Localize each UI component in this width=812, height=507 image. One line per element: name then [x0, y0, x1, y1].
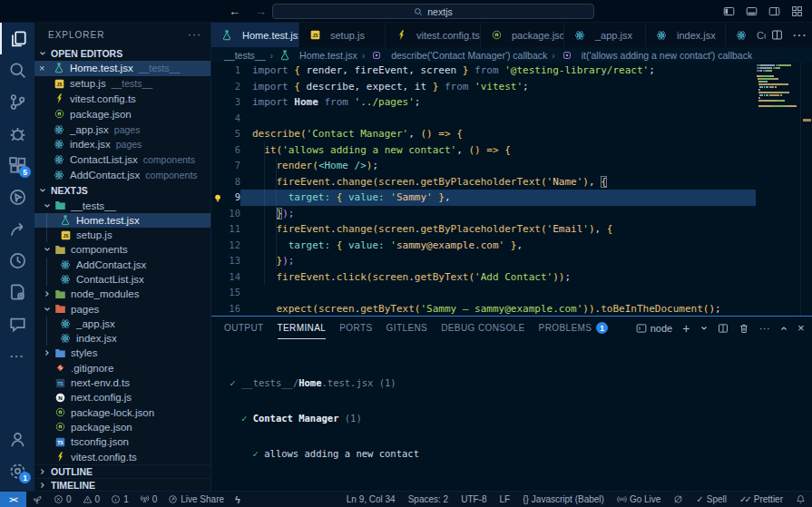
breadcrumb-item[interactable]: Home.test.jsx [278, 50, 357, 61]
tab-setup.js[interactable]: JS setup.js [299, 23, 386, 47]
activity-more-views[interactable]: ··· [0, 340, 34, 372]
code-line-13[interactable]: 13 }); [211, 253, 756, 269]
status-zap[interactable]: ϟ [230, 492, 246, 507]
minimap[interactable] [757, 64, 800, 108]
tree-file-AddContact.jsx[interactable]: AddContact.jsx [34, 258, 210, 272]
explorer-more-actions-icon[interactable]: ··· [188, 28, 201, 41]
activity-runner-settings[interactable] [0, 277, 34, 308]
maximize-panel-icon[interactable] [780, 325, 788, 332]
terminal-output[interactable]: ✓ __tests__/Home.test.jsx (1) ✓ Contact … [211, 339, 812, 491]
close-panel-icon[interactable]: × [797, 321, 805, 335]
code-line-8[interactable]: 8 fireEvent.change(screen.getByPlacehold… [211, 174, 756, 190]
tree-file-package.json[interactable]: package.json [34, 420, 210, 434]
code-line-7[interactable]: 7 render(<Home />); [211, 158, 756, 174]
status-live-share[interactable]: Live Share [162, 492, 230, 507]
tree-folder-__tests__[interactable]: __tests__ [34, 198, 210, 212]
tree-folder-pages[interactable]: pages [34, 301, 210, 316]
customize-layout-icon[interactable] [791, 5, 803, 17]
tree-file-next.config.js[interactable]: N next.config.js [34, 390, 210, 405]
activity-chat[interactable] [0, 308, 34, 340]
activity-search[interactable] [0, 54, 34, 86]
split-terminal-icon[interactable] [718, 323, 729, 334]
tab-_app.jsx[interactable]: _app.jsx [564, 23, 646, 47]
code-line-5[interactable]: 5 describe('Contact Manager', () => { [211, 126, 756, 142]
activity-history[interactable] [0, 245, 34, 277]
tree-file-tsconfig.json[interactable]: TS tsconfig.json [34, 434, 210, 449]
status-warning-triangle[interactable]: 0 [77, 492, 106, 507]
open-editor-item[interactable]: AddContact.jsx components [34, 168, 210, 183]
back-button[interactable]: ← [229, 0, 240, 23]
outline-header[interactable]: OUTLINE [34, 464, 210, 478]
tab-Conta[interactable]: Conta [726, 23, 771, 47]
status-double-check[interactable]: ✓✓ Prettier [733, 492, 789, 507]
code-line-3[interactable]: 3 import Home from '../pages'; [211, 94, 756, 111]
code-line-2[interactable]: 2 import { describe, expect, it } from '… [211, 79, 756, 95]
tree-folder-node_modules[interactable]: node_modules [34, 287, 210, 301]
toggle-primary-sidebar-icon[interactable] [723, 5, 735, 17]
status-info-circle[interactable]: 1 [105, 492, 134, 507]
activity-accounts[interactable] [0, 424, 34, 455]
status-error-circle[interactable]: 0 [48, 492, 77, 507]
status-eslint-disabled[interactable] [667, 492, 690, 507]
timeline-header[interactable]: TIMELINE [34, 478, 210, 491]
tree-file-Home.test.jsx[interactable]: Home.test.jsx [34, 213, 210, 228]
status-bell[interactable] [789, 492, 812, 507]
activity-share[interactable] [0, 213, 34, 245]
status-broadcast[interactable]: Go Live [611, 492, 667, 507]
code-line-16[interactable]: 16 expect(screen.getByText('Sammy – samm… [211, 301, 756, 317]
status-Spaces: 2[interactable]: Spaces: 2 [402, 492, 455, 507]
code-line-6[interactable]: 6 it('allows adding a new contact', () =… [211, 142, 756, 159]
command-center-search[interactable]: nextjs [272, 4, 594, 19]
tree-file-package-lock.json[interactable]: package-lock.json [34, 405, 210, 420]
code-line-4[interactable]: 4 [211, 111, 756, 127]
activity-explorer[interactable] [0, 23, 34, 54]
tree-file-vitest.config.ts[interactable]: vitest.config.ts [34, 449, 210, 463]
status-seedling[interactable] [26, 492, 48, 507]
open-editor-item[interactable]: × Home.test.jsx __tests__ [34, 61, 210, 76]
activity-live-share-session[interactable] [0, 181, 34, 213]
tree-file-setup.js[interactable]: JS setup.js [34, 228, 210, 242]
panel-tab-TERMINAL[interactable]: TERMINAL [278, 317, 327, 339]
tree-folder-components[interactable]: components [34, 242, 210, 257]
split-editor-icon[interactable] [771, 29, 783, 41]
status-Ln 9, Col 34[interactable]: Ln 9, Col 34 [340, 492, 402, 507]
activity-extensions[interactable]: 5 [0, 150, 34, 181]
open-editor-item[interactable]: package.json [34, 106, 210, 122]
code-line-14[interactable]: 14 fireEvent.click(screen.getByText('Add… [211, 269, 756, 286]
status-LF[interactable]: LF [494, 492, 517, 507]
new-terminal-icon[interactable]: + [682, 324, 690, 333]
code-line-11[interactable]: 11 fireEvent.change(screen.getByPlacehol… [211, 221, 756, 238]
status-UTF-8[interactable]: UTF-8 [455, 492, 493, 507]
forward-button[interactable]: → [255, 0, 267, 23]
breadcrumb-item[interactable]: describe('Contact Manager') callback [369, 50, 547, 61]
shell-selector[interactable]: node [636, 323, 672, 334]
code-line-1[interactable]: 1 import { render, fireEvent, screen } f… [211, 63, 756, 79]
breadcrumb-item[interactable]: it('allows adding a new contact') callba… [560, 50, 752, 61]
tree-file-index.jsx[interactable]: index.jsx [34, 331, 210, 346]
toggle-secondary-sidebar-icon[interactable] [768, 5, 780, 17]
panel-tab-OUTPUT[interactable]: OUTPUT [224, 317, 264, 339]
panel-tab-DEBUG CONSOLE[interactable]: DEBUG CONSOLE [441, 317, 524, 339]
code-line-15[interactable]: 15 [211, 285, 756, 301]
open-editors-header[interactable]: OPEN EDITORS [34, 46, 210, 61]
chevron-down-icon[interactable] [700, 325, 708, 332]
tab-Home.test.jsx[interactable]: Home.test.jsx × [211, 23, 299, 47]
tree-file-.gitignore[interactable]: .gitignore [34, 361, 210, 375]
tab-index.jsx[interactable]: index.jsx [646, 23, 726, 47]
open-editor-item[interactable]: index.jsx pages [34, 137, 210, 152]
more-actions-icon[interactable]: ··· [759, 323, 770, 334]
tree-file-ContactList.jsx[interactable]: ContactList.jsx [34, 272, 210, 287]
open-editor-item[interactable]: JS setup.js __tests__ [34, 76, 210, 92]
code-line-9[interactable]: 9 target: { value: 'Sammy' }, [211, 190, 756, 206]
open-editor-item[interactable]: _app.jsx pages [34, 122, 210, 137]
open-editor-item[interactable]: vitest.config.ts [34, 92, 210, 107]
activity-debug[interactable] [0, 118, 34, 150]
project-root-header[interactable]: NEXTJS [34, 182, 210, 198]
status-radio-tower[interactable]: 0 [134, 492, 163, 507]
status-check[interactable]: ✓ Spell [690, 492, 733, 507]
tree-file-_app.jsx[interactable]: _app.jsx [34, 317, 210, 331]
remote-indicator[interactable]: >< [0, 492, 26, 507]
panel-tab-PROBLEMS[interactable]: PROBLEMS 1 [539, 317, 609, 339]
close-icon[interactable]: × [39, 63, 52, 73]
status-braces[interactable]: {} Javascript (Babel) [516, 492, 611, 507]
